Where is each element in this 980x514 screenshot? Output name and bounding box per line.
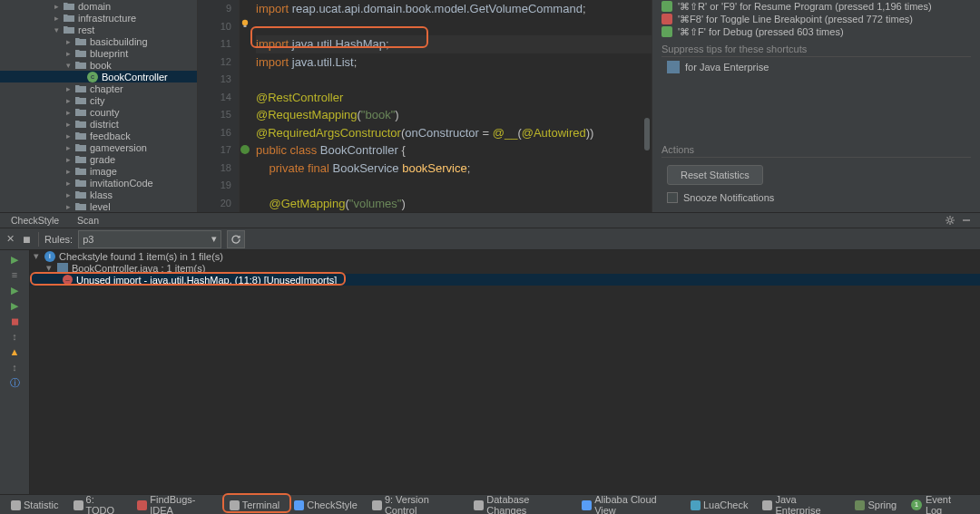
- warning-filter-icon[interactable]: ▲: [7, 344, 22, 359]
- tree-item-bookcontroller[interactable]: cBookController: [0, 71, 197, 82]
- line-number[interactable]: 10: [198, 18, 239, 36]
- statusbar-spring[interactable]: Spring: [848, 494, 904, 515]
- filter-error-icon[interactable]: ◼: [7, 314, 22, 328]
- line-number[interactable]: 20: [198, 195, 239, 213]
- statusbar-bug[interactable]: FindBugs-IDEA: [130, 494, 221, 515]
- line-number[interactable]: 12: [198, 53, 239, 72]
- line-number[interactable]: 14: [198, 89, 239, 107]
- code-line-9[interactable]: import reap.ucat.api.domain.book.model.G…: [256, 0, 652, 18]
- tree-item-label: district: [90, 119, 119, 130]
- tree-item-grade[interactable]: ▸grade: [0, 153, 197, 165]
- result-callout: [30, 272, 346, 286]
- code-line-16[interactable]: @RequiredArgsConstructor(onConstructor =…: [256, 124, 652, 142]
- svg-rect-8: [74, 500, 83, 510]
- statusbar-vcs[interactable]: 9: Version Control: [365, 494, 466, 515]
- statusbar-lua[interactable]: LuaCheck: [683, 494, 756, 515]
- svg-rect-17: [855, 500, 865, 510]
- code-line-15[interactable]: @RequestMapping("book"): [256, 106, 652, 124]
- tree-arrow-icon: ▸: [66, 37, 75, 46]
- code-line-18[interactable]: private final BookService bookService;: [256, 160, 652, 178]
- rules-dropdown[interactable]: p3 ▾: [78, 230, 221, 248]
- line-number[interactable]: 17: [198, 141, 239, 160]
- minimize-icon[interactable]: [960, 214, 973, 227]
- code-line-20[interactable]: @GetMapping("volumes"): [256, 195, 652, 213]
- tree-item-chapter[interactable]: ▸chapter: [0, 82, 197, 94]
- tree-item-gameversion[interactable]: ▸gameversion: [0, 141, 197, 153]
- tree-item-level[interactable]: ▸level: [0, 200, 197, 212]
- todo-icon: [74, 500, 83, 509]
- tree-item-domain[interactable]: ▸domain: [0, 0, 197, 12]
- expand-icon[interactable]: ↕: [7, 360, 22, 374]
- statusbar-label: Statistic: [24, 499, 59, 510]
- event-log[interactable]: 1 Event Log: [904, 494, 976, 515]
- statusbar-label: FindBugs-IDEA: [150, 494, 214, 515]
- tree-item-basicbuilding[interactable]: ▸basicbuilding: [0, 35, 197, 47]
- close-icon[interactable]: ✕: [4, 233, 16, 246]
- tree-item-label: level: [90, 201, 111, 212]
- refresh-button[interactable]: [227, 230, 245, 248]
- tree-item-book[interactable]: ▾book: [0, 59, 197, 71]
- run-icon[interactable]: ▶: [7, 252, 22, 267]
- tree-item-image[interactable]: ▸image: [0, 165, 197, 177]
- shortcut-tip: '⌘⇧R' or 'F9' for Resume Program (presse…: [652, 0, 980, 13]
- code-line-17[interactable]: public class BookController {: [256, 141, 652, 160]
- snooze-checkbox[interactable]: [667, 192, 678, 203]
- folder-icon: [64, 1, 74, 11]
- tree-item-klass[interactable]: ▸klass: [0, 189, 197, 200]
- tree-item-infrastructure[interactable]: ▸infrastructure: [0, 12, 197, 24]
- tree-item-city[interactable]: ▸city: [0, 94, 197, 106]
- code-editor[interactable]: 91011121314151617181920 import reap.ucat…: [198, 0, 652, 212]
- tree-item-blueprint[interactable]: ▸blueprint: [0, 47, 197, 59]
- stop-icon[interactable]: ⏹: [20, 233, 33, 246]
- line-number[interactable]: 13: [198, 71, 239, 89]
- code-line-14[interactable]: @RestController: [256, 89, 652, 107]
- statusbar-jent[interactable]: Java Enterprise: [755, 494, 848, 515]
- rules-label: Rules:: [44, 234, 73, 245]
- gear-icon[interactable]: [944, 214, 956, 227]
- tree-item-feedback[interactable]: ▸feedback: [0, 130, 197, 141]
- statusbar-db[interactable]: Database Changes: [466, 494, 574, 515]
- tree-arrow-icon: ▸: [66, 143, 75, 152]
- line-number[interactable]: 11: [198, 35, 239, 53]
- code-line-19[interactable]: [256, 177, 652, 195]
- editor-scrollbar[interactable]: [642, 0, 652, 212]
- reset-statistics-button[interactable]: Reset Statistics: [667, 165, 763, 185]
- line-number[interactable]: 19: [198, 177, 239, 195]
- filter-collapsed-icon[interactable]: ≡: [7, 267, 22, 282]
- tree-item-label: gameversion: [90, 142, 147, 153]
- results-tree[interactable]: ▾ i Checkstyle found 1 item(s) in 1 file…: [30, 250, 980, 498]
- collapse-icon[interactable]: ↕: [7, 329, 22, 344]
- info-filter-icon[interactable]: ⓘ: [7, 375, 22, 390]
- statusbar-check[interactable]: CheckStyle: [287, 494, 365, 515]
- statusbar-callout: [222, 493, 291, 513]
- tab-scan[interactable]: Scan: [68, 214, 108, 227]
- line-number[interactable]: 15: [198, 106, 239, 124]
- statusbar-label: Database Changes: [486, 494, 567, 515]
- suppress-item[interactable]: for Java Enterprise: [652, 59, 980, 75]
- toolwindow-tabs[interactable]: CheckStyle Scan: [0, 212, 980, 228]
- tab-checkstyle[interactable]: CheckStyle: [2, 214, 68, 227]
- tree-item-rest[interactable]: ▾rest: [0, 24, 197, 35]
- code-line-13[interactable]: [256, 71, 652, 89]
- tree-item-invitationcode[interactable]: ▸invitationCode: [0, 177, 197, 189]
- line-number[interactable]: 16: [198, 124, 239, 142]
- filter2-icon[interactable]: ▶: [7, 298, 22, 313]
- line-number[interactable]: 18: [198, 160, 239, 178]
- shortcut-tip: '⌘F8' for Toggle Line Breakpoint (presse…: [652, 13, 980, 25]
- folder-icon: [64, 24, 74, 34]
- filter-icon[interactable]: ▶: [7, 283, 22, 297]
- tree-arrow-icon: ▾: [54, 25, 64, 34]
- statusbar-ali[interactable]: Alibaba Cloud View: [574, 494, 683, 515]
- code-line-12[interactable]: import java.util.List;: [256, 53, 652, 72]
- tree-item-county[interactable]: ▸county: [0, 106, 197, 118]
- tree-item-district[interactable]: ▸district: [0, 118, 197, 130]
- line-number[interactable]: 9: [198, 0, 239, 18]
- statusbar-todo[interactable]: 6: TODO: [66, 494, 131, 515]
- project-tree[interactable]: ▸domain▸infrastructure▾rest▸basicbuildin…: [0, 0, 198, 212]
- productivity-panel: '⌘⇧R' or 'F9' for Resume Program (presse…: [652, 0, 980, 212]
- folder-icon: [75, 60, 86, 70]
- results-summary[interactable]: ▾ i Checkstyle found 1 item(s) in 1 file…: [30, 250, 980, 262]
- tree-arrow-icon: ▸: [66, 96, 75, 105]
- statusbar-stat[interactable]: Statistic: [4, 494, 66, 515]
- bug-icon: [137, 500, 146, 509]
